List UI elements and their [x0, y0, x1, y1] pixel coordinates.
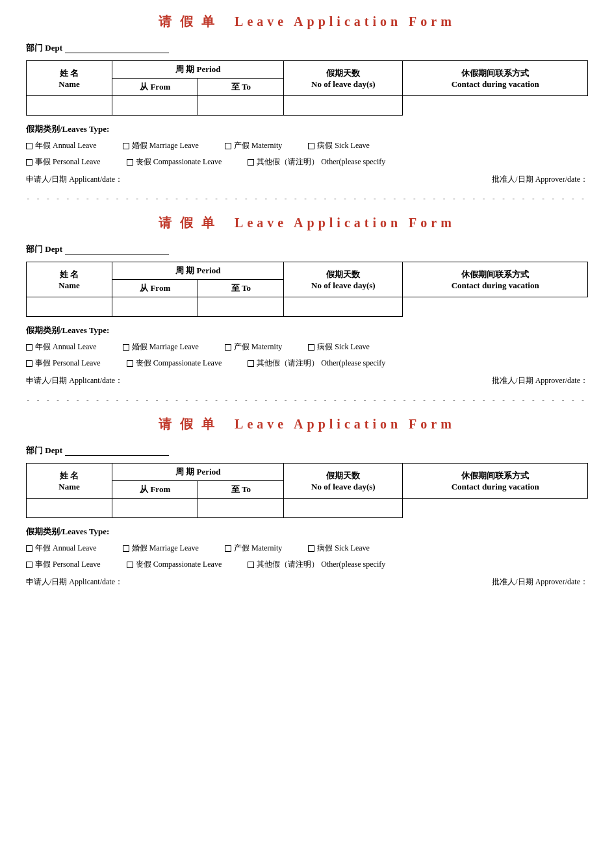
leaves-type-title: 假期类别/Leaves Type: — [26, 123, 588, 135]
checkbox-icon — [123, 344, 129, 351]
data-cell-3[interactable] — [284, 297, 403, 317]
leave-option-row1-1[interactable]: 婚假 Marriage Leave — [123, 341, 199, 353]
leave-option-row2-2[interactable]: 其他假（请注明） Other(please specify — [248, 156, 385, 167]
checkbox-icon — [308, 545, 314, 552]
col-days-header: 假期天数No of leave day(s) — [284, 61, 403, 96]
section-divider: - - - - - - - - - - - - - - - - - - - - … — [26, 194, 588, 203]
leave-option-row1-3[interactable]: 病假 Sick Leave — [308, 543, 370, 554]
col-from-header: 从 From — [112, 280, 198, 297]
col-period-header: 周 期 Period — [112, 262, 284, 280]
leave-option-label: 婚假 Marriage Leave — [132, 140, 199, 151]
leave-option-row2-2[interactable]: 其他假（请注明） Other(please specify — [248, 559, 385, 570]
leaves-type-row-1: 年假 Annual Leave婚假 Marriage Leave产假 Mater… — [26, 140, 588, 151]
col-from-header: 从 From — [112, 481, 198, 499]
leave-option-label: 年假 Annual Leave — [35, 543, 97, 554]
leave-option-row1-0[interactable]: 年假 Annual Leave — [26, 543, 97, 554]
leave-option-row2-1[interactable]: 丧假 Compassionate Leave — [127, 559, 222, 570]
leave-option-label: 病假 Sick Leave — [317, 140, 370, 151]
leave-option-row1-2[interactable]: 产假 Maternity — [225, 543, 282, 554]
signature-row: 申请人/日期 Applicant/date：批准人/日期 Approver/da… — [26, 375, 588, 386]
col-days-header: 假期天数No of leave day(s) — [284, 464, 403, 499]
leave-option-label: 病假 Sick Leave — [317, 341, 370, 353]
applicant-label: 申请人/日期 Applicant/date： — [26, 577, 123, 588]
leaves-type-title: 假期类别/Leaves Type: — [26, 526, 588, 538]
data-cell-2[interactable] — [198, 96, 284, 116]
data-cell-2[interactable] — [198, 499, 284, 518]
title-en: Leave Application Form — [235, 14, 455, 29]
data-cell-1[interactable] — [112, 499, 198, 518]
col-to-header: 至 To — [198, 481, 284, 499]
leaves-type-section: 假期类别/Leaves Type:年假 Annual Leave婚假 Marri… — [26, 325, 588, 369]
leave-option-row2-0[interactable]: 事假 Personal Leave — [26, 559, 101, 570]
title-cn: 请 假 单 — [159, 216, 217, 230]
data-cell-1[interactable] — [112, 96, 198, 116]
leave-option-label: 丧假 Compassionate Leave — [136, 358, 222, 369]
table-row — [27, 297, 588, 317]
checkbox-icon — [308, 344, 314, 351]
leave-option-label: 丧假 Compassionate Leave — [136, 156, 222, 167]
leave-option-label: 其他假（请注明） Other(please specify — [257, 156, 385, 167]
form-section-3: 请 假 单 Leave Application Form部门 Dept姓 名Na… — [26, 415, 588, 588]
data-cell-0[interactable] — [27, 297, 112, 317]
data-cell-3[interactable] — [284, 499, 403, 518]
checkbox-icon — [26, 143, 32, 149]
checkbox-icon — [26, 360, 32, 367]
leave-option-row2-2[interactable]: 其他假（请注明） Other(please specify — [248, 358, 385, 369]
col-period-header: 周 期 Period — [112, 464, 284, 481]
leave-option-label: 丧假 Compassionate Leave — [136, 559, 222, 570]
checkbox-icon — [225, 143, 231, 149]
leave-table: 姓 名Name周 期 Period假期天数No of leave day(s)休… — [26, 463, 588, 518]
data-cell-0[interactable] — [27, 499, 112, 518]
leave-option-label: 病假 Sick Leave — [317, 543, 370, 554]
checkbox-icon — [127, 562, 133, 568]
leave-option-label: 年假 Annual Leave — [35, 341, 97, 353]
leave-option-row1-2[interactable]: 产假 Maternity — [225, 341, 282, 353]
leave-option-label: 婚假 Marriage Leave — [132, 341, 199, 353]
dept-input[interactable] — [65, 244, 169, 254]
leave-option-row1-3[interactable]: 病假 Sick Leave — [308, 140, 370, 151]
leaves-type-section: 假期类别/Leaves Type:年假 Annual Leave婚假 Marri… — [26, 526, 588, 570]
leaves-type-row-1: 年假 Annual Leave婚假 Marriage Leave产假 Mater… — [26, 341, 588, 353]
title-cn: 请 假 单 — [159, 14, 217, 29]
leave-option-row2-1[interactable]: 丧假 Compassionate Leave — [127, 358, 222, 369]
dept-input[interactable] — [65, 445, 169, 456]
data-cell-1[interactable] — [112, 297, 198, 317]
dept-line: 部门 Dept — [26, 445, 588, 456]
leave-option-row1-3[interactable]: 病假 Sick Leave — [308, 341, 370, 353]
form-section-1: 请 假 单 Leave Application Form部门 Dept姓 名Na… — [26, 13, 588, 185]
leave-option-label: 产假 Maternity — [234, 543, 282, 554]
leaves-type-title: 假期类别/Leaves Type: — [26, 325, 588, 336]
dept-label: 部门 Dept — [26, 243, 62, 255]
data-cell-3[interactable] — [284, 96, 403, 116]
leave-option-row1-0[interactable]: 年假 Annual Leave — [26, 140, 97, 151]
leave-table: 姓 名Name周 期 Period假期天数No of leave day(s)休… — [26, 60, 588, 116]
dept-input[interactable] — [65, 43, 169, 53]
leave-option-row1-1[interactable]: 婚假 Marriage Leave — [123, 543, 199, 554]
checkbox-icon — [26, 545, 32, 552]
leave-option-label: 婚假 Marriage Leave — [132, 543, 199, 554]
col-to-header: 至 To — [198, 280, 284, 297]
data-cell-2[interactable] — [198, 297, 284, 317]
leave-table: 姓 名Name周 期 Period假期天数No of leave day(s)休… — [26, 262, 588, 317]
leave-option-row2-0[interactable]: 事假 Personal Leave — [26, 358, 101, 369]
leave-option-row2-0[interactable]: 事假 Personal Leave — [26, 156, 101, 167]
signature-row: 申请人/日期 Applicant/date：批准人/日期 Approver/da… — [26, 577, 588, 588]
col-period-header: 周 期 Period — [112, 61, 284, 79]
table-row — [27, 96, 588, 116]
leave-option-row1-1[interactable]: 婚假 Marriage Leave — [123, 140, 199, 151]
form-title: 请 假 单 Leave Application Form — [26, 13, 588, 31]
leave-option-label: 产假 Maternity — [234, 140, 282, 151]
leave-option-row1-2[interactable]: 产假 Maternity — [225, 140, 282, 151]
checkbox-icon — [225, 545, 231, 552]
leaves-type-row-2: 事假 Personal Leave丧假 Compassionate Leave其… — [26, 156, 588, 167]
leave-option-row1-0[interactable]: 年假 Annual Leave — [26, 341, 97, 353]
data-cell-0[interactable] — [27, 96, 112, 116]
table-row — [27, 499, 588, 518]
checkbox-icon — [123, 143, 129, 149]
leave-option-row2-1[interactable]: 丧假 Compassionate Leave — [127, 156, 222, 167]
signature-row: 申请人/日期 Applicant/date：批准人/日期 Approver/da… — [26, 174, 588, 185]
col-name-header: 姓 名Name — [27, 61, 112, 96]
leave-option-label: 事假 Personal Leave — [35, 358, 101, 369]
leave-option-label: 其他假（请注明） Other(please specify — [257, 358, 385, 369]
applicant-label: 申请人/日期 Applicant/date： — [26, 375, 123, 386]
